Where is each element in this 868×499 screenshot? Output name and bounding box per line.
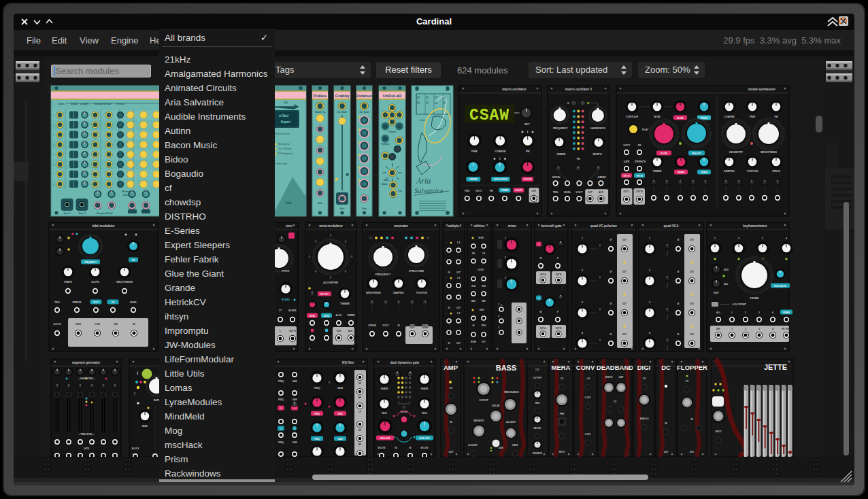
svg-text:BLOW: BLOW [677, 117, 683, 120]
svg-text:MERA: MERA [552, 364, 571, 371]
svg-text:GATE: GATE [84, 447, 89, 450]
svg-text:EQ filter: EQ filter [342, 361, 354, 364]
svg-text:1V/O: 1V/O [337, 330, 342, 332]
svg-text:keyframer/mixer: keyframer/mixer [743, 224, 767, 228]
svg-text:MALLET: MALLET [692, 152, 701, 155]
svg-text:V/OCT: V/OCT [623, 144, 630, 147]
svg-text:OUT: OUT [690, 239, 694, 241]
svg-text:Grabby: Grabby [335, 94, 350, 98]
svg-text:FRAME: FRAME [783, 311, 790, 314]
svg-text:Aria: Aria [340, 207, 345, 210]
svg-text:Ext. Scale: Ext. Scale [337, 111, 348, 114]
svg-text:PLAY: PLAY [642, 128, 649, 131]
svg-text:+10V OFFSET: +10V OFFSET [732, 303, 746, 306]
svg-text:Gates: Gates [58, 103, 65, 105]
svg-text:Aria: Aria [416, 176, 431, 186]
svg-text:OUT: OUT [690, 303, 694, 305]
svg-text:BP: BP [358, 396, 361, 399]
svg-text:Rotatoes: Rotatoes [356, 94, 373, 98]
svg-text:DEL: DEL [724, 283, 728, 286]
svg-text:OUT: OUT [456, 342, 461, 345]
svg-text:MIN: MIN [482, 300, 485, 303]
svg-text:OUT: OUT [482, 341, 486, 343]
svg-text:IN: IN [410, 447, 412, 449]
svg-text:DECAY: DECAY [492, 405, 500, 407]
svg-text:IN: IN [540, 311, 542, 313]
svg-text:0-10V: 0-10V [585, 396, 591, 399]
svg-text:GAIN: GAIN [337, 387, 344, 390]
svg-text:CUTOFF: CUTOFF [479, 399, 488, 402]
svg-text:GATE: GATE [512, 444, 518, 447]
svg-text:Gate 1: Gate 1 [63, 212, 70, 215]
svg-text:ODD: ODD [410, 326, 416, 329]
svg-text:2: 2 [738, 237, 739, 240]
svg-text:GATE: GATE [499, 447, 503, 449]
svg-text:Ext. Scale: Ext. Scale [359, 111, 369, 114]
svg-text:IN: IN [610, 239, 612, 241]
svg-text:GAIN: GAIN [292, 441, 297, 444]
svg-text:Fortuna: Fortuna [116, 103, 125, 105]
svg-text:OUT: OUT [531, 190, 536, 192]
svg-text:TIMBRE: TIMBRE [701, 171, 708, 174]
svg-text:LEVEL: LEVEL [323, 315, 329, 317]
svg-text:utilities: utilities [473, 224, 485, 228]
svg-text:IN: IN [610, 333, 612, 336]
svg-text:segment generator: segment generator [72, 361, 101, 364]
svg-text:COLOR: COLOR [515, 189, 522, 192]
svg-text:EXT IN: EXT IN [623, 175, 629, 177]
svg-text:AUX: AUX [348, 330, 352, 332]
svg-text:3: 3 [758, 311, 760, 314]
svg-text:AUX: AUX [599, 191, 604, 194]
svg-text:4: 4 [786, 237, 787, 240]
svg-text:LOGIC: LOGIC [478, 269, 484, 271]
svg-text:BLOCK: BLOCK [132, 447, 139, 450]
svg-text:resonator: resonator [394, 224, 408, 228]
svg-text:quad VCA: quad VCA [664, 224, 680, 228]
svg-text:TIMBRE: TIMBRE [653, 170, 663, 173]
svg-text:INV: INV [472, 252, 475, 255]
svg-text:DC: DC [661, 364, 671, 371]
svg-text:UNI: UNI [114, 323, 118, 326]
svg-text:TRIG: TRIG [54, 301, 60, 304]
svg-text:IN: IN [678, 271, 680, 273]
svg-text:ne Safe Delay: ne Safe Delay [273, 162, 287, 165]
svg-text:CONV: CONV [576, 364, 595, 371]
svg-text:Output: Output [70, 103, 78, 105]
svg-text:Offsets: Offsets [123, 194, 131, 196]
svg-text:Zoom: Zoom [384, 179, 389, 182]
svg-text:1: 1 [731, 311, 733, 314]
svg-text:LP: LP [358, 411, 361, 413]
svg-text:ACCENT: ACCENT [506, 421, 516, 424]
svg-text:IN: IN [395, 447, 397, 449]
svg-text:GAIN: GAIN [292, 380, 297, 383]
svg-text:CLOCK: CLOCK [53, 323, 61, 326]
svg-text:DIGI: DIGI [637, 364, 651, 371]
svg-text:ADD: ADD [724, 269, 729, 271]
svg-text:FREQ: FREQ [314, 387, 320, 390]
svg-text:TRIG: TRIG [465, 190, 470, 192]
svg-text:FINE: FINE [471, 150, 478, 153]
svg-text:L: L [280, 330, 281, 332]
svg-text:multiples: multiples [447, 224, 461, 228]
svg-text:FM: FM [490, 190, 493, 192]
svg-text:FREQ: FREQ [278, 380, 284, 383]
svg-text:MAX: MAX [471, 300, 475, 303]
svg-text:IN: IN [450, 421, 452, 424]
svg-text:macro oscillator: macro oscillator [502, 88, 527, 91]
svg-text:MIX: MIX [716, 328, 720, 330]
svg-text:2: 2 [745, 311, 746, 314]
svg-text:IN B: IN B [482, 285, 486, 288]
svg-text:RESONANCE: RESONANCE [504, 391, 519, 394]
svg-text:BLEND: BLEND [282, 298, 290, 301]
svg-text:INPUT: INPUT [559, 451, 565, 453]
svg-text:ANALOG: ANALOG [640, 417, 650, 420]
svg-text:SMOOTHNESS: SMOOTHNESS [116, 281, 133, 283]
svg-text:2: 2 [505, 256, 506, 259]
svg-text:BRIGHTNESS: BRIGHTNESS [761, 151, 777, 154]
svg-text:RATE: RATE [154, 399, 159, 402]
svg-text:SPACE: SPACE [772, 170, 780, 173]
svg-text:FRAME: FRAME [750, 297, 759, 300]
svg-text:meta modulator: meta modulator [319, 224, 343, 228]
svg-text:Depart: Depart [281, 120, 291, 124]
svg-text:EDIT: EDIT [714, 292, 720, 294]
